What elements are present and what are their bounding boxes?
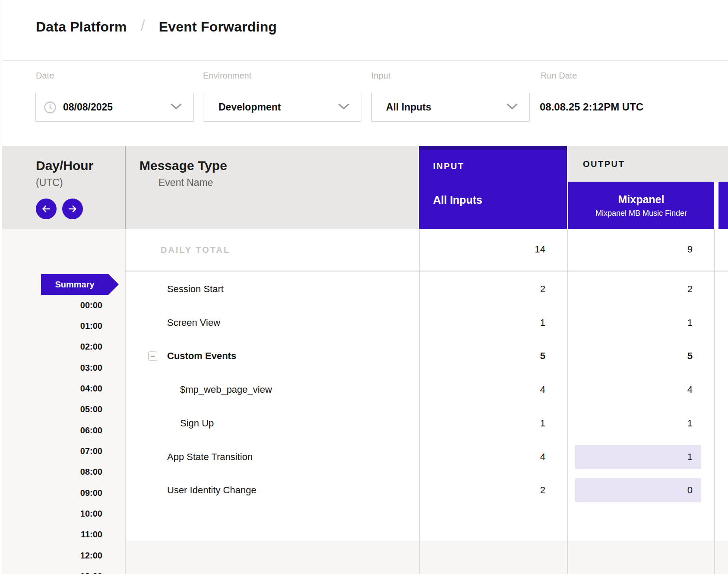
daily-total-output-value: 9: [687, 244, 693, 255]
output-count-value: 0: [687, 485, 693, 496]
daily-total-label: DAILY TOTAL: [161, 245, 230, 255]
hour-slot-0000[interactable]: 00:00: [16, 295, 102, 315]
input-count-value: 1: [540, 418, 545, 429]
event-name-label: Sign Up: [180, 418, 214, 429]
output-count-value: 2: [687, 284, 693, 295]
input-filter-dropdown[interactable]: All Inputs: [371, 93, 530, 122]
output-column-subtitle: Mixpanel MB Music Finder: [568, 209, 714, 218]
column-divider: [125, 146, 126, 229]
hour-slot-0600[interactable]: 06:00: [16, 420, 102, 441]
event-name-subheader: Event Name: [158, 177, 213, 189]
event-name-label: App State Transition: [167, 451, 253, 463]
output-count-value: 1: [687, 418, 693, 429]
summary-badge-arrow: [108, 274, 119, 295]
prev-day-button[interactable]: [36, 199, 57, 219]
daily-total-input-value: 14: [535, 244, 545, 255]
hour-slot-1200[interactable]: 12:00: [16, 545, 102, 566]
day-hour-subheader: (UTC): [36, 177, 63, 189]
output-count-value: 5: [687, 350, 693, 362]
environment-filter-value: Development: [218, 101, 281, 113]
breadcrumb: Data Platform / Event Forwarding: [36, 17, 277, 36]
hour-slot-0100[interactable]: 01:00: [16, 315, 102, 336]
date-filter-label: Date: [36, 71, 54, 81]
hour-slot-0300[interactable]: 03:00: [16, 357, 102, 378]
input-count-value: 4: [540, 451, 545, 463]
input-column-header[interactable]: [419, 146, 567, 229]
arrow-right-icon: [67, 203, 78, 214]
chevron-down-icon: [338, 103, 350, 112]
input-filter-value: All Inputs: [386, 101, 431, 113]
input-count-value: 4: [540, 384, 545, 395]
highlighted-output-cell: [575, 478, 701, 502]
hour-slot-0200[interactable]: 02:00: [16, 337, 102, 357]
summary-badge[interactable]: Summary: [41, 274, 119, 295]
hour-slot-0700[interactable]: 07:00: [16, 441, 102, 461]
output-column-title: Mixpanel: [568, 193, 714, 206]
next-day-button[interactable]: [62, 199, 83, 219]
breadcrumb-separator: /: [141, 17, 145, 35]
event-name-label: Screen View: [167, 317, 220, 328]
hour-slot-0500[interactable]: 05:00: [16, 399, 102, 420]
output-count-value: 1: [687, 451, 693, 463]
mixpanel-output-column-header[interactable]: Mixpanel Mixpanel MB Music Finder: [568, 182, 714, 229]
event-name-label: Session Start: [167, 284, 224, 295]
hour-slot-1100[interactable]: 11:00: [16, 524, 102, 545]
input-count-value: 2: [540, 284, 545, 295]
daily-total-underline: [125, 271, 728, 271]
hour-slot-0400[interactable]: 04:00: [16, 378, 102, 399]
event-forwarding-page: Data Platform / Event Forwarding Date 08…: [0, 0, 728, 574]
hour-slot-1300[interactable]: 13:00: [16, 566, 102, 574]
next-output-column-partial: [719, 182, 728, 229]
environment-filter-dropdown[interactable]: Development: [203, 93, 361, 122]
date-filter-value: 08/08/2025: [63, 101, 113, 113]
chevron-down-icon: [170, 103, 182, 112]
input-filter-label: Input: [371, 71, 390, 81]
collapse-minus-icon[interactable]: [148, 352, 157, 361]
day-hour-header: Day/Hour: [36, 158, 93, 173]
run-date-label: Run Date: [541, 71, 577, 81]
daily-total-row: DAILY TOTAL: [125, 229, 728, 271]
divider-gap: [714, 182, 719, 229]
hour-slot-0900[interactable]: 09:00: [16, 483, 102, 503]
input-group-label: INPUT: [433, 161, 465, 171]
run-date-value: 08.08.25 2:12PM UTC: [540, 101, 643, 113]
arrow-left-icon: [41, 203, 52, 214]
summary-badge-label: Summary: [41, 274, 108, 295]
event-name-label: $mp_web_page_view: [180, 384, 272, 395]
hour-rail: Summary 00:0001:0002:0003:0004:0005:0006…: [2, 229, 125, 574]
event-name-label: Custom Events: [167, 350, 236, 362]
message-type-header: Message Type: [139, 158, 227, 173]
page-title: Event Forwarding: [159, 19, 277, 35]
input-count-value: 5: [540, 350, 545, 362]
breadcrumb-data-platform[interactable]: Data Platform: [36, 19, 127, 35]
input-count-value: 2: [540, 485, 545, 496]
input-column-accent-strip: [419, 146, 567, 150]
hour-slot-1000[interactable]: 10:00: [16, 504, 102, 524]
input-column-title: All Inputs: [433, 194, 482, 206]
highlighted-output-cell: [575, 445, 701, 469]
chevron-down-icon: [506, 103, 518, 112]
environment-filter-label: Environment: [203, 71, 251, 81]
table-footer-band: [126, 541, 728, 574]
clock-icon: [44, 101, 57, 114]
hour-slot-0800[interactable]: 08:00: [16, 462, 102, 483]
output-count-value: 4: [687, 384, 693, 395]
event-name-label: User Identity Change: [167, 485, 256, 496]
date-filter-dropdown[interactable]: 08/08/2025: [35, 93, 194, 122]
header-divider: [2, 60, 728, 61]
output-count-value: 1: [687, 317, 693, 328]
input-count-value: 1: [540, 317, 545, 328]
output-group-label: OUTPUT: [583, 159, 625, 169]
